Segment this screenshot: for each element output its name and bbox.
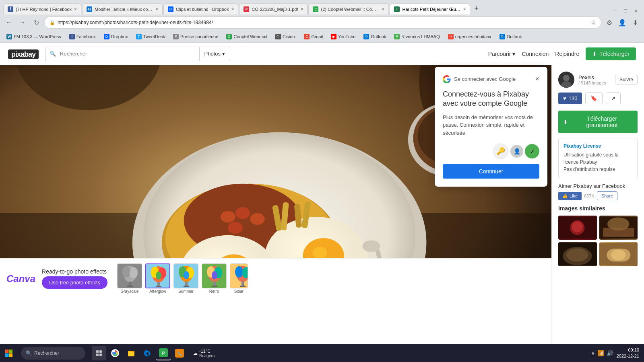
svg-point-11 <box>250 213 265 225</box>
author-name: Pexels <box>578 74 611 80</box>
effect-solar[interactable]: Solar <box>230 263 248 294</box>
bookmark-cooptel[interactable]: C Cooptel Webmail <box>223 33 270 40</box>
taskbar: 🔍 Rechercher <box>0 344 644 362</box>
bookmark-outlook[interactable]: O Outlook <box>360 33 389 40</box>
bookmark-wordpress[interactable]: W FM 103,3 — WordPress <box>3 33 64 40</box>
effect-summer[interactable]: Summer <box>173 263 198 294</box>
svg-rect-78 <box>9 350 13 353</box>
author-info: Pexels / 9143 images <box>578 74 611 85</box>
download-free-button[interactable]: ⬇ Télécharger gratuitement <box>558 111 638 133</box>
similar-image-2[interactable] <box>599 216 638 240</box>
bookmark-riverains[interactable]: R Riverains LHMAAQ <box>391 33 443 40</box>
follow-button[interactable]: Suivre <box>615 75 638 84</box>
bookmark-outlook2[interactable]: O Outlook <box>496 33 525 40</box>
taskbar-clock[interactable]: 09:10 2022-12-21 <box>617 347 639 360</box>
similar-section: Images similaires <box>558 205 638 266</box>
google-logo: Se connecter avec Google <box>443 75 516 83</box>
thumbs-up-icon: 👍 <box>562 193 568 199</box>
bookmark-urgences[interactable]: U urgences hôpitaux <box>445 33 495 40</box>
tab-cooptel[interactable]: C (2) Cooptel Webmail :: Comm... × <box>308 3 389 14</box>
license-box: Pixabay License Utilisation gratuite sou… <box>558 138 638 178</box>
tab-dropbox[interactable]: D Clips et bulletins - Dropbox × <box>163 3 238 14</box>
bookmark-cision[interactable]: Ci Cision: <box>272 33 299 40</box>
fb-share-button[interactable]: Share <box>597 191 617 200</box>
search-input[interactable] <box>60 47 199 61</box>
google-continue-button[interactable]: Continuer <box>443 164 539 179</box>
bookmark-youtube[interactable]: ▶ YouTube <box>328 33 359 40</box>
share-button[interactable]: ↗ <box>606 93 621 104</box>
svg-rect-77 <box>5 350 9 353</box>
download-manager-button[interactable]: ⬇ <box>630 17 641 28</box>
bookmark-icon: 🔖 <box>590 95 597 101</box>
bookmark-presse[interactable]: P Presse canadienne <box>170 33 221 40</box>
taskbar-apps: P 🔧 <box>92 346 187 360</box>
right-panel: Pexels / 9143 images Suivre ♥ 130 🔖 ↗ <box>551 65 644 362</box>
svg-point-10 <box>235 207 250 219</box>
similar-image-3[interactable] <box>558 242 597 266</box>
weather-description: Nuageux <box>199 354 215 358</box>
like-button[interactable]: ♥ 130 <box>558 93 582 104</box>
effect-retro[interactable]: Retro <box>202 263 227 294</box>
fb-like-button[interactable]: 👍 Like <box>558 192 582 200</box>
taskbar-system-icons: ∧ 📶 🔊 <box>591 350 613 356</box>
svg-rect-54 <box>213 282 216 286</box>
taskbar-pixabay-icon[interactable]: P <box>156 346 171 360</box>
network-icon[interactable]: 📶 <box>597 350 604 356</box>
search-type-selector[interactable]: Photos ▾ <box>199 47 230 61</box>
taskbar-search-box[interactable]: 🔍 Rechercher <box>21 347 85 360</box>
search-box: 🔍 Photos ▾ <box>45 47 230 61</box>
taskbar-files-icon[interactable] <box>124 346 138 360</box>
canva-use-effects-button[interactable]: Use free photo effects <box>42 276 107 289</box>
back-button[interactable]: ← <box>3 17 14 28</box>
minimize-button[interactable]: ─ <box>610 6 620 14</box>
taskbar-chrome-icon[interactable] <box>108 346 122 360</box>
like-count: 130 <box>569 95 578 101</box>
taskbar-multitasking-icon[interactable] <box>92 346 106 360</box>
telecharger-button[interactable]: ⬇ Télécharger <box>586 47 636 60</box>
taskbar-edge-icon[interactable] <box>140 346 155 360</box>
effect-afterglow[interactable]: Afterglow <box>145 263 170 294</box>
tab-pdf[interactable]: P CO-221206_Maj3-1.pdf × <box>239 3 308 14</box>
main-area: Canva Ready-to-go photo effects Use free… <box>0 65 644 362</box>
extensions-button[interactable]: ⚙ <box>604 17 615 28</box>
close-button[interactable]: × <box>631 6 641 14</box>
similar-image-4[interactable] <box>599 242 638 266</box>
bookmark-dropbox[interactable]: D Dropbox <box>101 33 131 40</box>
svg-point-9 <box>221 211 235 222</box>
tab-modifier[interactable]: M Modifier l'article « Mieux cons... × <box>82 3 163 14</box>
effect-grayscale[interactable]: Grayscale <box>117 263 142 294</box>
taskbar-weather[interactable]: ☁ -11°C Nuageux <box>190 349 219 358</box>
rejoindre-link[interactable]: Rejoindre <box>555 51 579 57</box>
license-link[interactable]: Pixabay License <box>564 143 632 149</box>
profile-button[interactable]: 👤 <box>617 17 628 28</box>
refresh-button[interactable]: ↻ <box>31 17 42 28</box>
chevron-up-icon[interactable]: ∧ <box>591 350 595 356</box>
temperature-display: -11°C <box>199 349 215 354</box>
canva-logo: Canva <box>6 273 35 284</box>
popup-close-button[interactable]: × <box>535 75 539 83</box>
similar-image-1[interactable] <box>558 216 597 240</box>
tab-facebook[interactable]: f (7) HP Raymond | Facebook × <box>3 3 81 14</box>
new-tab-button[interactable]: + <box>471 4 482 13</box>
date-display: 2022-12-21 <box>617 353 639 359</box>
forward-button[interactable]: → <box>17 17 28 28</box>
svg-rect-60 <box>242 282 244 286</box>
parcourir-menu[interactable]: Parcourir ▾ <box>488 51 516 57</box>
volume-icon[interactable]: 🔊 <box>607 350 613 356</box>
start-button[interactable] <box>0 344 18 362</box>
bookmark-star-icon[interactable]: ☆ <box>591 19 596 26</box>
address-bar-row: ← → ↻ 🔒 https://pixabay.com/fr/photos/ha… <box>0 14 644 31</box>
bookmark-button[interactable]: 🔖 <box>585 93 603 104</box>
connexion-link[interactable]: Connexion <box>522 51 549 57</box>
bookmark-gmail[interactable]: G Gmail <box>301 33 326 40</box>
tab-haricots[interactable]: H Haricots Petit Déjeuner Œufs Fr... × <box>390 3 470 14</box>
nav-right: Parcourir ▾ Connexion Rejoindre ⬇ Téléch… <box>488 47 636 60</box>
svg-rect-61 <box>240 286 246 287</box>
taskbar-orange-icon[interactable]: 🔧 <box>172 346 187 360</box>
bookmark-tweetdeck[interactable]: T TweetDeck <box>133 33 168 40</box>
maximize-button[interactable]: □ <box>621 6 630 14</box>
popup-header: Se connecter avec Google × <box>443 75 539 83</box>
address-input[interactable]: 🔒 https://pixabay.com/fr/photos/haricots… <box>44 16 601 29</box>
bookmark-facebook[interactable]: f Facebook <box>66 33 99 40</box>
pixabay-logo[interactable]: pixabay <box>8 49 39 59</box>
